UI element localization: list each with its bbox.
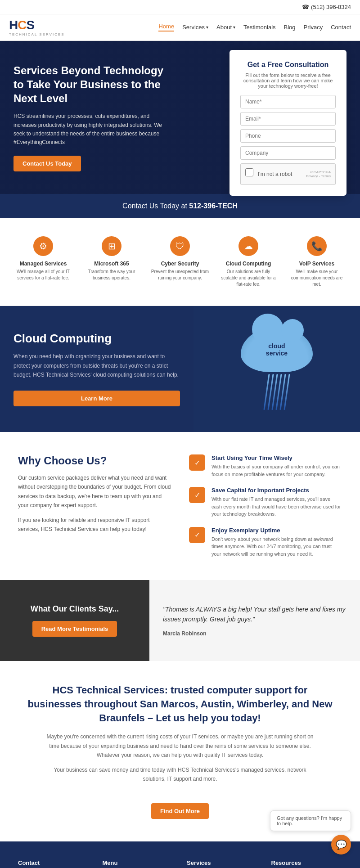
testimonial-quote: "Thomas is ALWAYS a big help! Your staff… xyxy=(163,604,346,625)
nav-privacy[interactable]: Privacy xyxy=(304,24,323,31)
contact-bar-phone: 512-396-TECH xyxy=(189,202,238,210)
why-para2: If you are looking for reliable and resp… xyxy=(18,516,171,534)
why-item-uptime-text: Enjoy Exemplary Uptime Don't worry about… xyxy=(212,527,342,558)
service-managed-desc: We'll manage all of your IT services for… xyxy=(14,269,73,281)
managed-icon: ⚙ xyxy=(33,236,53,256)
service-managed: ⚙ Managed Services We'll manage all of y… xyxy=(9,232,77,292)
why-item-time-desc: With the basics of your company all unde… xyxy=(212,463,342,478)
recaptcha-box[interactable]: I'm not a robot reCAPTCHAPrivacy - Terms xyxy=(240,163,336,185)
why-para1: Our custom service packages deliver what… xyxy=(18,473,171,510)
m365-icon: ⊞ xyxy=(102,236,122,256)
service-m365-desc: Transform the way your business operates… xyxy=(82,269,141,281)
why-item-capital-title: Save Capital for Important Projects xyxy=(212,487,342,494)
nav-about[interactable]: About xyxy=(216,24,235,31)
recaptcha-checkbox[interactable] xyxy=(245,168,253,176)
contact-bar-text: Contact Us Today at xyxy=(122,202,187,210)
service-cloud-desc: Our solutions are fully scalable and ava… xyxy=(219,269,278,288)
service-voip-desc: We'll make sure your communication needs… xyxy=(287,269,346,288)
footer-resources-col: Resources Hackers Had Access To Flipboar… xyxy=(271,859,342,868)
chat-icon: 💬 xyxy=(336,839,347,850)
cta-para1: Maybe you're concerned with the current … xyxy=(45,732,315,760)
testimonial-author: Marcia Robinson xyxy=(163,630,346,637)
footer-services-col: Services Cloud Computing Managed Service… xyxy=(187,859,258,868)
chat-bubble: Got any questions? I'm happy to help. xyxy=(270,810,351,831)
check-icon-2: ✓ xyxy=(189,487,205,503)
footer-menu-col: Menu Home About Testimonials Blog Privac… xyxy=(103,859,174,868)
cta-heading: HCS Technical Services: trusted computer… xyxy=(27,684,333,725)
footer-contact-heading: Contact xyxy=(18,859,89,866)
cta-para2: Your business can save money and time to… xyxy=(45,765,315,784)
hero-content: Services Beyond Technology to Take Your … xyxy=(14,63,166,171)
service-cloud-title: Cloud Computing xyxy=(219,261,278,267)
cloud-right: cloudservice xyxy=(194,306,360,432)
consultation-email[interactable] xyxy=(240,112,336,126)
why-item-capital: ✓ Save Capital for Important Projects Wi… xyxy=(189,487,342,518)
footer-resources-heading: Resources xyxy=(271,859,342,866)
service-cyber-title: Cyber Security xyxy=(150,261,210,267)
cloud-left: Cloud Computing When you need help with … xyxy=(0,306,194,432)
hero-section: Services Beyond Technology to Take Your … xyxy=(0,41,360,194)
service-managed-title: Managed Services xyxy=(14,261,73,267)
service-m365: ⊞ Microsoft 365 Transform the way your b… xyxy=(77,232,146,292)
why-right: ✓ Start Using Your Time Wisely With the … xyxy=(189,454,342,558)
consultation-company[interactable] xyxy=(240,146,336,160)
cta-button[interactable]: Find Out More xyxy=(151,803,209,819)
cloud-icon: ☁ xyxy=(238,236,258,256)
check-icon-3: ✓ xyxy=(189,527,205,543)
cloud-service-label: cloudservice xyxy=(266,342,288,357)
why-item-capital-text: Save Capital for Important Projects With… xyxy=(212,487,342,518)
why-item-time-title: Start Using Your Time Wisely xyxy=(212,454,342,461)
service-cyber: 🛡 Cyber Security Prevent the unexpected … xyxy=(146,232,214,292)
services-row: ⚙ Managed Services We'll manage all of y… xyxy=(0,218,360,306)
consultation-name[interactable] xyxy=(240,95,336,108)
nav-blog[interactable]: Blog xyxy=(284,24,296,31)
cloud-shape: cloudservice xyxy=(241,327,313,372)
footer-contact-col: Contact HCS Technical Services LLC 325 E… xyxy=(18,859,89,868)
why-item-time: ✓ Start Using Your Time Wisely With the … xyxy=(189,454,342,478)
why-item-time-text: Start Using Your Time Wisely With the ba… xyxy=(212,454,342,478)
service-cyber-desc: Prevent the unexpected from ruining your… xyxy=(150,269,210,281)
why-title: Why Choose Us? xyxy=(18,454,171,467)
consultation-title: Get a Free Consultation xyxy=(240,61,336,69)
consultation-phone[interactable] xyxy=(240,129,336,143)
cloud-body: When you need help with organizing your … xyxy=(14,352,180,379)
why-left: Why Choose Us? Our custom service packag… xyxy=(18,454,171,558)
logo: HCS TECHNICAL SERVICES xyxy=(9,18,65,36)
testimonials-section: What Our Clients Say... Read More Testim… xyxy=(0,580,360,661)
why-section: Why Choose Us? Our custom service packag… xyxy=(0,432,360,580)
consultation-subtitle: Fill out the form below to receive a fre… xyxy=(240,72,336,89)
check-icon-1: ✓ xyxy=(189,454,205,471)
testimonials-right: "Thomas is ALWAYS a big help! Your staff… xyxy=(149,580,360,661)
footer-menu-heading: Menu xyxy=(103,859,174,866)
top-bar: ☎ (512) 396-8324 xyxy=(0,0,360,14)
chat-open-button[interactable]: 💬 xyxy=(331,835,351,855)
why-item-uptime-desc: Don't worry about your network being dow… xyxy=(212,535,342,558)
hero-body: HCS streamlines your processes, cuts exp… xyxy=(14,112,166,147)
navigation: HCS TECHNICAL SERVICES Home Services Abo… xyxy=(0,14,360,41)
why-item-uptime-title: Enjoy Exemplary Uptime xyxy=(212,527,342,534)
hero-heading: Services Beyond Technology to Take Your … xyxy=(14,63,166,106)
cloud-learn-more-button[interactable]: Learn More xyxy=(14,391,180,406)
voip-icon: 📞 xyxy=(307,236,327,256)
nav-testimonials[interactable]: Testimonials xyxy=(243,24,276,31)
contact-bar: Contact Us Today at 512-396-TECH xyxy=(0,194,360,218)
cloud-title: Cloud Computing xyxy=(14,332,180,346)
cloud-visual: cloudservice xyxy=(241,327,313,411)
nav-services[interactable]: Services xyxy=(182,24,208,31)
nav-home[interactable]: Home xyxy=(158,23,174,31)
recaptcha-label: I'm not a robot xyxy=(258,171,292,177)
cloud-lines xyxy=(241,374,313,410)
logo-sub: TECHNICAL SERVICES xyxy=(9,32,65,36)
footer-services-heading: Services xyxy=(187,859,258,866)
phone-link[interactable]: ☎ (512) 396-8324 xyxy=(302,4,351,10)
hero-cta-button[interactable]: Contact Us Today xyxy=(14,156,81,171)
nav-links: Home Services About Testimonials Blog Pr… xyxy=(158,23,351,31)
testimonials-left: What Our Clients Say... Read More Testim… xyxy=(0,580,149,661)
service-voip-title: VoIP Services xyxy=(287,261,346,267)
chat-widget: Got any questions? I'm happy to help. 💬 xyxy=(270,810,351,855)
testimonials-btn[interactable]: Read More Testimonials xyxy=(32,621,117,637)
nav-contact[interactable]: Contact xyxy=(331,24,351,31)
service-m365-title: Microsoft 365 xyxy=(82,261,141,267)
why-item-uptime: ✓ Enjoy Exemplary Uptime Don't worry abo… xyxy=(189,527,342,558)
cyber-icon: 🛡 xyxy=(170,236,190,256)
